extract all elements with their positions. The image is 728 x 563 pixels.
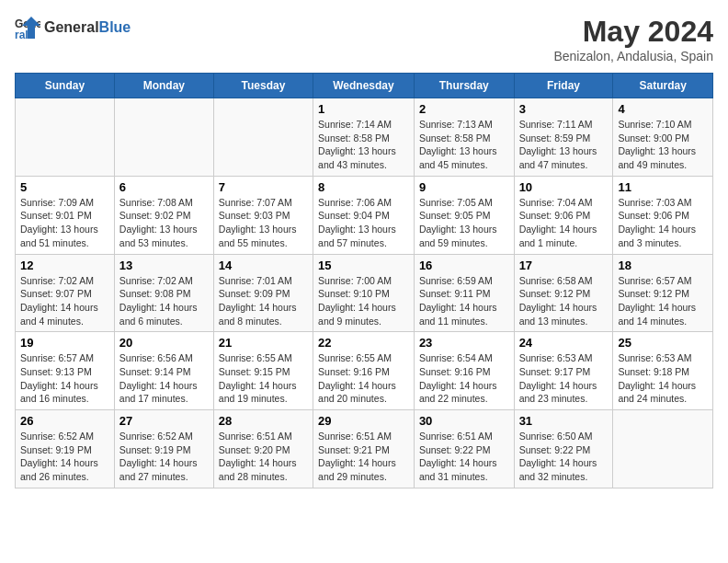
day-number: 4 bbox=[618, 102, 708, 116]
calendar-cell: 22Sunrise: 6:55 AM Sunset: 9:16 PM Dayli… bbox=[313, 332, 415, 410]
day-number: 31 bbox=[519, 414, 609, 428]
day-number: 23 bbox=[419, 336, 509, 350]
calendar-week-4: 19Sunrise: 6:57 AM Sunset: 9:13 PM Dayli… bbox=[16, 332, 713, 410]
day-number: 26 bbox=[20, 414, 109, 428]
calendar-cell: 13Sunrise: 7:02 AM Sunset: 9:08 PM Dayli… bbox=[114, 254, 213, 332]
calendar-cell: 25Sunrise: 6:53 AM Sunset: 9:18 PM Dayli… bbox=[613, 332, 713, 410]
day-info: Sunrise: 6:56 AM Sunset: 9:14 PM Dayligh… bbox=[119, 351, 209, 406]
day-number: 11 bbox=[618, 180, 708, 194]
calendar-cell: 15Sunrise: 7:00 AM Sunset: 9:10 PM Dayli… bbox=[313, 254, 415, 332]
calendar-week-5: 26Sunrise: 6:52 AM Sunset: 9:19 PM Dayli… bbox=[16, 410, 713, 488]
day-number: 7 bbox=[219, 180, 308, 194]
calendar-cell bbox=[16, 98, 115, 177]
calendar-cell: 16Sunrise: 6:59 AM Sunset: 9:11 PM Dayli… bbox=[414, 254, 514, 332]
day-info: Sunrise: 7:11 AM Sunset: 8:59 PM Dayligh… bbox=[519, 118, 609, 172]
day-number: 8 bbox=[318, 180, 409, 194]
day-info: Sunrise: 6:57 AM Sunset: 9:12 PM Dayligh… bbox=[618, 274, 708, 328]
day-number: 21 bbox=[219, 336, 308, 350]
day-info: Sunrise: 7:05 AM Sunset: 9:05 PM Dayligh… bbox=[419, 196, 509, 250]
page-title: May 2024 bbox=[553, 15, 713, 49]
calendar-cell: 23Sunrise: 6:54 AM Sunset: 9:16 PM Dayli… bbox=[414, 332, 514, 410]
calendar-cell: 17Sunrise: 6:58 AM Sunset: 9:12 PM Dayli… bbox=[514, 254, 613, 332]
day-info: Sunrise: 6:52 AM Sunset: 9:19 PM Dayligh… bbox=[119, 430, 209, 484]
page-subtitle: Benizalon, Andalusia, Spain bbox=[553, 49, 713, 63]
day-info: Sunrise: 7:07 AM Sunset: 9:03 PM Dayligh… bbox=[219, 196, 308, 250]
day-number: 15 bbox=[318, 259, 409, 272]
day-info: Sunrise: 6:57 AM Sunset: 9:13 PM Dayligh… bbox=[20, 351, 109, 406]
day-number: 12 bbox=[20, 259, 109, 272]
logo: Gene ral GeneralBlue bbox=[15, 15, 131, 40]
calendar-cell: 18Sunrise: 6:57 AM Sunset: 9:12 PM Dayli… bbox=[613, 254, 713, 332]
day-info: Sunrise: 7:03 AM Sunset: 9:06 PM Dayligh… bbox=[618, 196, 708, 250]
calendar-cell bbox=[213, 98, 313, 177]
calendar-cell bbox=[114, 98, 213, 177]
day-info: Sunrise: 7:09 AM Sunset: 9:01 PM Dayligh… bbox=[20, 196, 109, 250]
day-info: Sunrise: 7:06 AM Sunset: 9:04 PM Dayligh… bbox=[318, 196, 409, 250]
calendar-week-1: 1Sunrise: 7:14 AM Sunset: 8:58 PM Daylig… bbox=[16, 98, 713, 177]
day-number: 3 bbox=[519, 102, 609, 116]
weekday-header-sunday: Sunday bbox=[16, 74, 115, 98]
calendar-cell: 30Sunrise: 6:51 AM Sunset: 9:22 PM Dayli… bbox=[414, 410, 514, 488]
calendar-cell: 2Sunrise: 7:13 AM Sunset: 8:58 PM Daylig… bbox=[414, 98, 514, 177]
day-info: Sunrise: 6:53 AM Sunset: 9:17 PM Dayligh… bbox=[519, 351, 609, 406]
day-number: 25 bbox=[618, 336, 708, 350]
calendar-cell: 26Sunrise: 6:52 AM Sunset: 9:19 PM Dayli… bbox=[16, 410, 115, 488]
calendar-table: SundayMondayTuesdayWednesdayThursdayFrid… bbox=[15, 73, 713, 488]
day-info: Sunrise: 7:00 AM Sunset: 9:10 PM Dayligh… bbox=[318, 274, 409, 328]
calendar-cell: 11Sunrise: 7:03 AM Sunset: 9:06 PM Dayli… bbox=[613, 176, 713, 254]
day-number: 13 bbox=[119, 259, 209, 272]
weekday-header-thursday: Thursday bbox=[414, 74, 514, 98]
day-info: Sunrise: 6:54 AM Sunset: 9:16 PM Dayligh… bbox=[419, 351, 509, 406]
day-number: 29 bbox=[318, 414, 409, 428]
calendar-cell: 7Sunrise: 7:07 AM Sunset: 9:03 PM Daylig… bbox=[213, 176, 313, 254]
calendar-cell: 21Sunrise: 6:55 AM Sunset: 9:15 PM Dayli… bbox=[213, 332, 313, 410]
weekday-header-saturday: Saturday bbox=[613, 74, 713, 98]
svg-text:ral: ral bbox=[15, 29, 28, 40]
header: Gene ral GeneralBlue May 2024 Benizalon,… bbox=[15, 15, 713, 63]
day-info: Sunrise: 6:55 AM Sunset: 9:15 PM Dayligh… bbox=[219, 351, 308, 406]
day-info: Sunrise: 6:51 AM Sunset: 9:20 PM Dayligh… bbox=[219, 430, 308, 484]
day-info: Sunrise: 6:55 AM Sunset: 9:16 PM Dayligh… bbox=[318, 351, 409, 406]
calendar-cell bbox=[613, 410, 713, 488]
day-number: 6 bbox=[119, 180, 209, 194]
weekday-header-friday: Friday bbox=[514, 74, 613, 98]
calendar-cell: 1Sunrise: 7:14 AM Sunset: 8:58 PM Daylig… bbox=[313, 98, 415, 177]
day-number: 18 bbox=[618, 259, 708, 272]
calendar-cell: 3Sunrise: 7:11 AM Sunset: 8:59 PM Daylig… bbox=[514, 98, 613, 177]
calendar-cell: 24Sunrise: 6:53 AM Sunset: 9:17 PM Dayli… bbox=[514, 332, 613, 410]
day-number: 20 bbox=[119, 336, 209, 350]
calendar-cell: 20Sunrise: 6:56 AM Sunset: 9:14 PM Dayli… bbox=[114, 332, 213, 410]
day-info: Sunrise: 7:10 AM Sunset: 9:00 PM Dayligh… bbox=[618, 118, 708, 172]
day-number: 1 bbox=[318, 102, 409, 116]
day-number: 24 bbox=[519, 336, 609, 350]
day-number: 5 bbox=[20, 180, 109, 194]
calendar-cell: 28Sunrise: 6:51 AM Sunset: 9:20 PM Dayli… bbox=[213, 410, 313, 488]
logo-general-text: GeneralBlue bbox=[44, 19, 131, 36]
calendar-cell: 14Sunrise: 7:01 AM Sunset: 9:09 PM Dayli… bbox=[213, 254, 313, 332]
day-info: Sunrise: 7:01 AM Sunset: 9:09 PM Dayligh… bbox=[219, 274, 308, 328]
calendar-cell: 9Sunrise: 7:05 AM Sunset: 9:05 PM Daylig… bbox=[414, 176, 514, 254]
calendar-cell: 10Sunrise: 7:04 AM Sunset: 9:06 PM Dayli… bbox=[514, 176, 613, 254]
weekday-header-tuesday: Tuesday bbox=[213, 74, 313, 98]
day-info: Sunrise: 6:51 AM Sunset: 9:21 PM Dayligh… bbox=[318, 430, 409, 484]
day-info: Sunrise: 6:50 AM Sunset: 9:22 PM Dayligh… bbox=[519, 430, 609, 484]
calendar-week-2: 5Sunrise: 7:09 AM Sunset: 9:01 PM Daylig… bbox=[16, 176, 713, 254]
day-info: Sunrise: 7:13 AM Sunset: 8:58 PM Dayligh… bbox=[419, 118, 509, 172]
day-number: 22 bbox=[318, 336, 409, 350]
calendar-cell: 6Sunrise: 7:08 AM Sunset: 9:02 PM Daylig… bbox=[114, 176, 213, 254]
day-number: 10 bbox=[519, 180, 609, 194]
title-area: May 2024 Benizalon, Andalusia, Spain bbox=[553, 15, 713, 63]
weekday-header-wednesday: Wednesday bbox=[313, 74, 415, 98]
calendar-cell: 29Sunrise: 6:51 AM Sunset: 9:21 PM Dayli… bbox=[313, 410, 415, 488]
calendar-week-3: 12Sunrise: 7:02 AM Sunset: 9:07 PM Dayli… bbox=[16, 254, 713, 332]
day-info: Sunrise: 6:51 AM Sunset: 9:22 PM Dayligh… bbox=[419, 430, 509, 484]
day-number: 2 bbox=[419, 102, 509, 116]
day-number: 27 bbox=[119, 414, 209, 428]
day-number: 30 bbox=[419, 414, 509, 428]
day-info: Sunrise: 6:59 AM Sunset: 9:11 PM Dayligh… bbox=[419, 274, 509, 328]
calendar-cell: 12Sunrise: 7:02 AM Sunset: 9:07 PM Dayli… bbox=[16, 254, 115, 332]
calendar-cell: 27Sunrise: 6:52 AM Sunset: 9:19 PM Dayli… bbox=[114, 410, 213, 488]
day-info: Sunrise: 6:53 AM Sunset: 9:18 PM Dayligh… bbox=[618, 351, 708, 406]
calendar-cell: 5Sunrise: 7:09 AM Sunset: 9:01 PM Daylig… bbox=[16, 176, 115, 254]
day-number: 19 bbox=[20, 336, 109, 350]
